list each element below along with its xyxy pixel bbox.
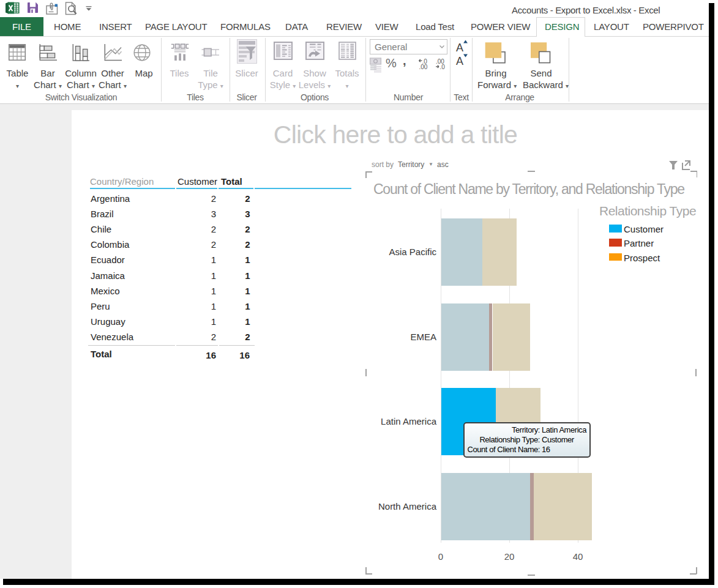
svg-text:.0: .0 [440,64,446,70]
svg-text:.00: .00 [419,64,428,70]
